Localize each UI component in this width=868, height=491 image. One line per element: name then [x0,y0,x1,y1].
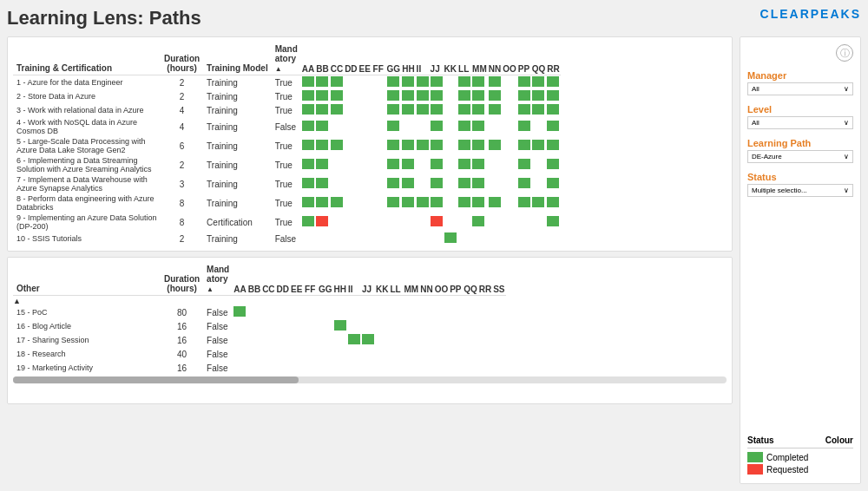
training-row: 6 - Implementing a Data Streaming Soluti… [13,155,561,174]
training-cell-6-11 [457,174,471,193]
training-cell-5-9 [430,155,444,174]
training-cell-6-1 [315,174,329,193]
training-cell-5-17 [546,155,560,174]
training-cell-9-16 [531,232,547,245]
other-cell-3-14 [434,347,450,361]
training-cell-9-14 [502,232,517,245]
training-cell-6-7 [401,174,415,193]
training-row-mandatory: True [272,155,301,174]
training-cell-7-9 [430,193,444,213]
training-cell-1-6 [386,89,402,103]
training-cell-3-12 [471,117,488,136]
other-cell-4-18 [492,361,506,375]
other-cell-4-5 [304,361,318,375]
training-cell-0-9 [430,75,444,90]
training-cell-7-16 [531,193,547,213]
training-cell-2-6 [386,103,402,117]
training-cell-2-0 [301,103,315,117]
other-cell-3-9 [361,347,375,361]
training-table: Training & Certification Duration(hours)… [13,43,561,245]
learning-path-select[interactable]: DE-Azure ∨ [747,150,853,163]
training-cell-0-0 [301,75,315,90]
other-cell-4-16 [463,361,478,375]
training-section: Training & Certification Duration(hours)… [7,36,733,252]
other-col-header-mm: MM [404,263,420,296]
other-row-mandatory: False [203,333,233,347]
info-icon-button[interactable]: ⓘ [836,44,853,62]
training-cell-4-10 [444,136,457,155]
other-cell-2-15 [449,333,463,347]
training-row-model: Training [203,155,272,174]
other-cell-1-16 [463,319,478,333]
other-cell-0-6 [318,305,333,319]
other-col-header-rr: RR [478,263,492,296]
training-cell-0-3 [344,75,358,90]
training-cell-8-6 [386,213,402,232]
status-select[interactable]: Multiple selectio... ∨ [747,184,853,197]
other-row-mandatory: False [203,319,233,333]
training-cell-1-11 [457,89,471,103]
other-col-header-jj: JJ [361,263,375,296]
other-cell-1-2 [261,319,275,333]
other-col-header-qq: QQ [463,263,478,296]
other-row-mandatory: False [203,361,233,375]
col-header-ii: II [416,43,430,75]
training-row-duration: 2 [161,89,203,103]
training-cell-6-5 [372,174,386,193]
training-cell-4-17 [546,136,560,155]
training-cell-0-8 [416,75,430,90]
training-cell-5-7 [401,155,415,174]
training-cell-1-13 [488,89,502,103]
training-cell-3-5 [372,117,386,136]
other-cell-3-6 [318,347,333,361]
training-row-model: Certification [203,213,272,232]
training-cell-1-3 [344,89,358,103]
training-row-model: Training [203,136,272,155]
training-row-name: 10 - SSIS Tutorials [13,232,161,245]
training-cell-2-15 [517,103,531,117]
other-cell-3-17 [478,347,492,361]
training-cell-4-0 [301,136,315,155]
other-cell-3-15 [449,347,463,361]
training-cell-3-17 [546,117,560,136]
other-cell-4-10 [375,361,389,375]
col-header-ll: LL [457,43,471,75]
training-cell-1-4 [358,89,372,103]
level-select[interactable]: All ∨ [747,116,853,129]
other-cell-2-7 [333,333,347,347]
training-row-duration: 2 [161,155,203,174]
legend-completed: Completed [747,452,853,462]
training-cell-1-1 [315,89,329,103]
training-cell-3-8 [416,117,430,136]
main-content: Training & Certification Duration(hours)… [7,36,861,484]
legend-colour-title: Colour [825,435,853,445]
training-cell-6-15 [517,174,531,193]
training-cell-9-6 [386,232,402,245]
left-panel: Training & Certification Duration(hours)… [7,36,733,484]
training-cell-7-5 [372,193,386,213]
training-cell-8-14 [502,213,517,232]
other-cell-3-1 [247,347,261,361]
training-cell-7-6 [386,193,402,213]
other-col-header-cc: CC [261,263,275,296]
training-cell-7-3 [344,193,358,213]
training-cell-9-9 [430,232,444,245]
other-row-name: 15 - PoC [13,305,161,319]
training-row-name: 9 - Implementing an Azure Data Solution … [13,213,161,232]
training-cell-9-17 [546,232,560,245]
manager-select[interactable]: All ∨ [747,82,853,95]
training-row-duration: 8 [161,213,203,232]
horizontal-scrollbar[interactable] [13,376,727,383]
other-row: 16 - Blog Article16False [13,319,506,333]
training-cell-8-5 [372,213,386,232]
training-row-name: 6 - Implementing a Data Streaming Soluti… [13,155,161,174]
other-cell-4-13 [419,361,433,375]
other-cell-2-11 [390,333,404,347]
training-cell-4-8 [416,136,430,155]
training-row: 1 - Azure for the data Engineer2Training… [13,75,561,90]
training-row-mandatory: True [272,174,301,193]
col-header-pp: PP [517,43,531,75]
other-cell-3-5 [304,347,318,361]
training-cell-3-2 [330,117,344,136]
other-col-header-ii: II [347,263,361,296]
